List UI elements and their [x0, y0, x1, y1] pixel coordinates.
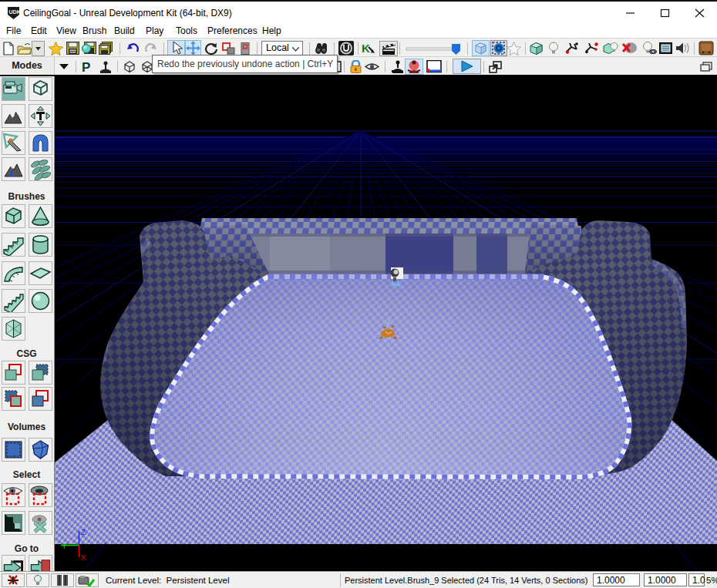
svg-text:Z: Z	[81, 528, 86, 537]
svg-text:L: L	[10, 169, 15, 178]
svg-text:UDK: UDK	[9, 9, 20, 15]
svg-text:P: P	[82, 60, 90, 73]
svg-text:X: X	[81, 553, 86, 563]
svg-text:Y: Y	[62, 542, 67, 551]
